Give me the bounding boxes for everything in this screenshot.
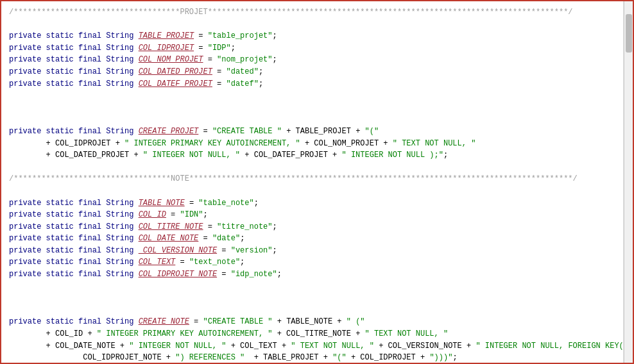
scrollbar-thumb[interactable]	[626, 14, 632, 53]
plain-text: TABLE_PROJET	[296, 127, 351, 136]
kw-private-text: private	[9, 317, 46, 326]
kw-final-text: final	[78, 246, 106, 255]
plain-text: =	[198, 127, 212, 136]
strval-text: "dated"	[227, 67, 259, 76]
plain-text: +	[244, 353, 263, 362]
kw-final-text: final	[78, 79, 106, 88]
kw-static-text: static	[46, 127, 78, 136]
code-line	[9, 185, 615, 197]
code-line: + COL_DATE_NOTE + " INTEGER NOT NULL, " …	[9, 340, 615, 352]
code-line	[9, 292, 615, 304]
kw-string-text: String	[106, 317, 138, 326]
kw-final-text: final	[78, 55, 106, 64]
plain-text: =	[194, 31, 208, 40]
kw-static-text: static	[46, 31, 78, 40]
plain-text: ;	[273, 55, 277, 64]
varname-text: COL_TITRE_NOTE	[139, 222, 203, 231]
code-line: private static final String COL_DATED_PR…	[9, 66, 615, 78]
kw-final-text: final	[78, 270, 106, 279]
plain-text: +	[282, 127, 296, 136]
plain-text: =	[217, 270, 231, 279]
plain-text: =	[189, 317, 203, 326]
kw-final-text: final	[78, 222, 106, 231]
plain-text: =	[217, 246, 231, 255]
plain-text: +	[300, 139, 314, 148]
plain-text: ;	[203, 210, 208, 219]
kw-string-text: String	[106, 210, 138, 219]
plain-text: +	[9, 329, 55, 338]
vertical-scrollbar[interactable]	[624, 1, 633, 363]
plain-text: =	[198, 234, 212, 243]
plain-text: COL_TEXT	[240, 342, 277, 351]
plain-text: +	[9, 151, 55, 160]
kw-string-text: String	[106, 234, 138, 243]
plain-text: =	[203, 55, 218, 64]
code-line	[9, 19, 615, 31]
kw-final-text: final	[78, 258, 106, 267]
plain-text: COL_IDPROJET_NOTE	[83, 353, 161, 362]
strval-text: "table_projet"	[208, 31, 273, 40]
plain-text: +	[9, 342, 55, 351]
varname-text: TABLE_PROJET	[139, 31, 194, 40]
plain-text: +	[347, 353, 361, 362]
kw-private-text: private	[9, 270, 46, 279]
varname-text: COL_NOM_PROJET	[139, 55, 203, 64]
code-line: private static final String CREATE_NOTE …	[9, 316, 615, 328]
kw-private-text: private	[9, 234, 46, 243]
plain-text: +	[273, 317, 287, 326]
kw-string-text: String	[106, 246, 138, 255]
plain-text: +	[273, 329, 287, 338]
code-line	[9, 281, 615, 293]
plain-text: +	[416, 353, 430, 362]
plain-text: ;	[273, 31, 277, 40]
code-line: /**********************************NOTE*…	[9, 173, 615, 185]
plain-text: ;	[259, 67, 263, 76]
code-line: private static final String CREATE_PROJE…	[9, 126, 615, 138]
kw-final-text: final	[78, 199, 106, 208]
kw-private-text: private	[9, 222, 46, 231]
code-line	[9, 113, 615, 126]
code-line: private static final String COL_VERSION_…	[9, 245, 615, 257]
kw-private-text: private	[9, 258, 46, 267]
plain-text: COL_VERSION_NOTE	[388, 342, 462, 351]
kw-static-text: static	[46, 258, 78, 267]
strval-text: " TEXT NOT NULL, "	[291, 342, 374, 351]
code-line: + COL_DATED_PROJET + " INTEGER NOT NULL,…	[9, 149, 615, 161]
kw-string-text: String	[106, 67, 138, 76]
plain-text: ;	[443, 151, 448, 160]
code-line	[9, 161, 615, 174]
strval-text: "("	[365, 127, 379, 136]
kw-static-text: static	[46, 246, 78, 255]
varname-text: COL_IDPROJET	[139, 44, 194, 53]
plain-text: COL_IDPROJET	[55, 139, 110, 148]
plain-text: +	[374, 342, 388, 351]
kw-private-text: private	[9, 199, 46, 208]
varname-text: COL_IDPROJET_NOTE	[139, 270, 217, 279]
plain-text: =	[212, 79, 227, 88]
plain-text: COL_DATED_PROJET	[55, 151, 129, 160]
plain-text: ;	[259, 79, 263, 88]
plain-text: +	[351, 329, 365, 338]
strval-text: "date"	[212, 234, 240, 243]
plain-text: ;	[231, 44, 236, 53]
plain-text: COL_DATE_NOTE	[55, 342, 116, 351]
plain-text: +	[9, 139, 55, 148]
varname-text: COL_DATE_NOTE	[139, 234, 199, 243]
code-line: private static final String TABLE_NOTE =…	[9, 197, 615, 210]
editor-window: /************************************PRO…	[0, 0, 634, 364]
code-line	[9, 102, 615, 114]
plain-text: =	[194, 44, 208, 53]
strval-text: " TEXT NOT NULL, "	[365, 329, 449, 338]
plain-text: TABLE_PROJET	[263, 353, 318, 362]
code-line: private static final String COL_ID = "ID…	[9, 209, 615, 221]
code-line: private static final String COL_NOM_PROJ…	[9, 54, 615, 66]
plain-text: COL_TITRE_NOTE	[286, 329, 351, 338]
kw-static-text: static	[46, 210, 78, 219]
kw-static-text: static	[46, 67, 78, 76]
strval-text: " TEXT NOT NULL, "	[393, 139, 476, 148]
code-editor[interactable]: /************************************PRO…	[1, 1, 624, 363]
code-line	[9, 304, 615, 317]
kw-string-text: String	[106, 222, 138, 231]
strval-text: "idp_note"	[231, 270, 277, 279]
kw-static-text: static	[46, 79, 78, 88]
